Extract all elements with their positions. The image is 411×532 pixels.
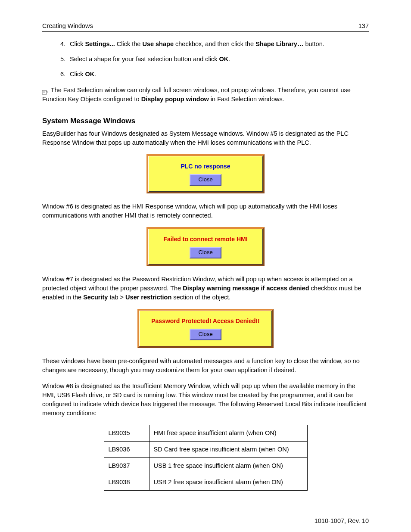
bit-desc: SD Card free space insufficient alarm (w… <box>149 442 307 458</box>
reserved-bits-table: LB9035 HMI free space insufficient alarm… <box>104 425 308 491</box>
header-title: Creating Windows <box>42 22 93 31</box>
paragraph-1: EasyBuilder has four Windows designated … <box>42 129 369 147</box>
paragraph-3: Window #7 is designated as the Password … <box>42 275 369 302</box>
step-5: Select a shape for your fast selection b… <box>67 55 369 64</box>
table-row: LB9036 SD Card free space insufficient a… <box>104 442 307 458</box>
bit-code: LB9036 <box>104 442 149 458</box>
dialog-1-message: PLC no response <box>160 162 251 171</box>
bit-desc: USB 1 free space insufficient alarm (whe… <box>149 458 307 474</box>
header-page-number: 137 <box>358 22 369 31</box>
dialog-2-close-button[interactable]: Close <box>190 247 221 258</box>
dialog-3-message: Password Protected! Access Denied!! <box>151 317 260 325</box>
steps-list: Click Settings... Click the Use shape ch… <box>42 40 369 79</box>
bit-code: LB9037 <box>104 458 149 474</box>
paragraph-4: These windows have been pre-configured w… <box>42 357 369 375</box>
step-4: Click Settings... Click the Use shape ch… <box>67 40 369 49</box>
step-6: Click OK. <box>67 70 369 79</box>
table-row: LB9037 USB 1 free space insufficient ala… <box>104 458 307 474</box>
paragraph-2: Window #6 is designated as the HMI Respo… <box>42 202 369 220</box>
paragraph-5: Window #8 is designated as the Insuffici… <box>42 382 369 418</box>
password-protected-dialog: Password Protected! Access Denied!! Clos… <box>137 309 274 348</box>
bit-code: LB9038 <box>104 474 149 491</box>
dialog-1-wrap: PLC no response Close <box>42 154 369 193</box>
dialog-2-message: Failed to connect remote HMI <box>160 235 251 243</box>
bit-desc: USB 2 free space insufficient alarm (whe… <box>149 474 307 491</box>
plc-no-response-dialog: PLC no response Close <box>146 154 265 193</box>
note-icon <box>42 88 48 93</box>
failed-connect-dialog: Failed to connect remote HMI Close <box>146 227 265 266</box>
dialog-3-close-button[interactable]: Close <box>190 329 221 340</box>
note-paragraph: The Fast Selection window can only call … <box>42 86 369 104</box>
dialog-2-wrap: Failed to connect remote HMI Close <box>42 227 369 266</box>
section-heading: System Message Windows <box>42 116 369 127</box>
bit-desc: HMI free space insufficient alarm (when … <box>149 425 307 442</box>
dialog-1-close-button[interactable]: Close <box>190 174 221 186</box>
table-row: LB9035 HMI free space insufficient alarm… <box>104 425 307 442</box>
footer: 1010-1007, Rev. 10 <box>42 516 369 526</box>
page-header: Creating Windows 137 <box>42 22 369 32</box>
dialog-3-wrap: Password Protected! Access Denied!! Clos… <box>42 309 369 348</box>
table-row: LB9038 USB 2 free space insufficient ala… <box>104 474 307 491</box>
bit-code: LB9035 <box>104 425 149 442</box>
